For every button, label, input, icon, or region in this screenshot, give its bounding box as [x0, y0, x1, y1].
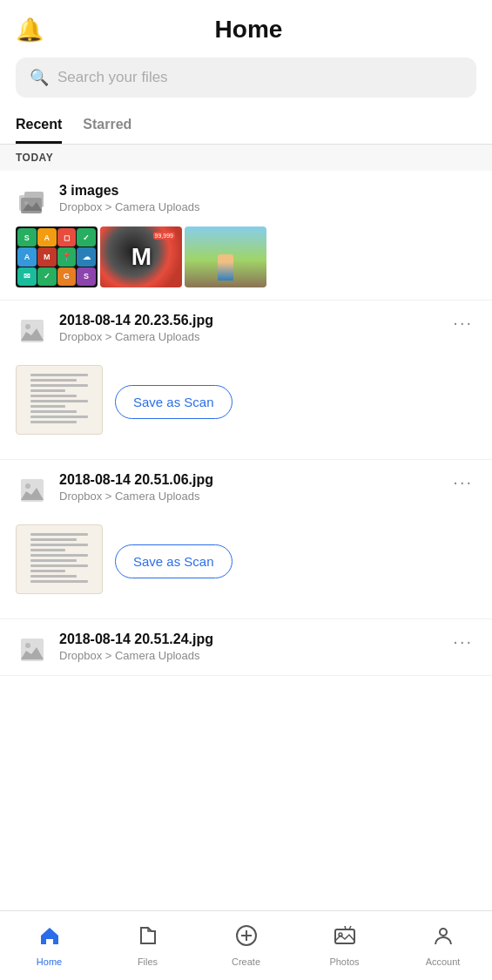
svg-point-7: [25, 324, 30, 329]
bottom-nav: Home Files Create: [0, 910, 492, 980]
app-icon-7: 📍: [57, 247, 77, 266]
doc-line: [30, 384, 88, 387]
doc-line: [30, 421, 77, 423]
doc-line: [30, 570, 65, 572]
svg-point-13: [25, 643, 30, 648]
app-icon-5: A: [17, 247, 37, 266]
nav-label-account: Account: [426, 956, 461, 967]
nav-item-account[interactable]: Account: [394, 924, 492, 967]
thumbnails-row-1: S A ◻ ✓ A M 📍 ☁ ✉ ✓ G S M 99,999: [16, 226, 476, 287]
file-name-2: 2018-08-14 20.23.56.jpg: [59, 313, 449, 328]
file-header-2: 2018-08-14 20.23.56.jpg Dropbox > Camera…: [16, 313, 476, 348]
svg-rect-2: [21, 198, 42, 213]
nav-item-photos[interactable]: Photos: [295, 924, 394, 967]
nav-label-home: Home: [37, 956, 62, 967]
doc-line: [30, 554, 88, 557]
doc-line: [30, 564, 88, 567]
doc-line: [30, 405, 65, 408]
doc-thumb-3[interactable]: [16, 524, 103, 594]
file-item-3: 2018-08-14 20.51.06.jpg Dropbox > Camera…: [0, 460, 492, 619]
file-icon-4: [16, 633, 49, 666]
file-info-2: 2018-08-14 20.23.56.jpg Dropbox > Camera…: [16, 313, 449, 348]
doc-line: [30, 395, 77, 397]
search-placeholder: Search your files: [57, 69, 168, 86]
home-icon: [38, 924, 61, 953]
save-scan-button-2[interactable]: Save as Scan: [115, 385, 233, 419]
doc-line: [30, 549, 65, 551]
doc-thumb-2[interactable]: [16, 365, 103, 435]
file-header-3: 2018-08-14 20.51.06.jpg Dropbox > Camera…: [16, 472, 476, 507]
app-icon-12: S: [77, 267, 96, 286]
file-name-1: 3 images: [59, 183, 476, 199]
file-item-4: 2018-08-14 20.51.24.jpg Dropbox > Camera…: [0, 619, 492, 676]
nav-item-files[interactable]: Files: [98, 924, 197, 967]
thumb-1b[interactable]: M 99,999: [100, 226, 182, 287]
app-icon-4: ✓: [77, 228, 96, 247]
more-button-3[interactable]: ···: [449, 472, 476, 492]
search-icon: 🔍: [30, 68, 49, 87]
thumb-1a[interactable]: S A ◻ ✓ A M 📍 ☁ ✉ ✓ G S: [16, 226, 98, 287]
file-name-3: 2018-08-14 20.51.06.jpg: [59, 472, 449, 488]
top-bar: 🔔 Home: [0, 0, 492, 51]
file-path-3: Dropbox > Camera Uploads: [59, 490, 449, 503]
doc-line: [30, 538, 77, 541]
file-info-4: 2018-08-14 20.51.24.jpg Dropbox > Camera…: [16, 632, 449, 666]
svg-point-19: [440, 929, 447, 936]
photos-icon: [334, 924, 356, 953]
bell-icon[interactable]: 🔔: [16, 17, 44, 44]
nav-item-home[interactable]: Home: [0, 924, 98, 967]
app-icon-8: ☁: [77, 247, 96, 266]
section-label: TODAY: [0, 145, 492, 171]
file-path-4: Dropbox > Camera Uploads: [59, 649, 449, 662]
doc-line: [30, 410, 77, 413]
file-icon-3: [16, 474, 49, 507]
tab-starred[interactable]: Starred: [83, 108, 131, 144]
search-bar-wrap: 🔍 Search your files: [0, 51, 492, 108]
nav-label-create: Create: [232, 956, 260, 967]
file-icon-2: [16, 314, 49, 348]
app-icon-11: G: [57, 267, 77, 286]
file-meta-3: 2018-08-14 20.51.06.jpg Dropbox > Camera…: [59, 472, 449, 503]
app-icon-2: A: [37, 228, 57, 247]
file-thumb-row-3: Save as Scan: [16, 516, 476, 606]
thumb-1c[interactable]: [185, 226, 266, 287]
doc-line: [30, 533, 88, 536]
save-scan-button-3[interactable]: Save as Scan: [115, 544, 233, 578]
doc-line: [30, 580, 88, 583]
create-icon: [235, 924, 258, 953]
doc-lines-3: [25, 528, 93, 591]
file-item-1: 3 images Dropbox > Camera Uploads S A ◻ …: [0, 171, 492, 301]
doc-line: [30, 389, 65, 392]
more-button-4[interactable]: ···: [449, 632, 476, 652]
svg-point-4: [24, 201, 28, 205]
files-icon: [137, 924, 159, 953]
file-meta-1: 3 images Dropbox > Camera Uploads: [59, 183, 476, 213]
nav-label-files: Files: [138, 956, 158, 967]
file-meta-2: 2018-08-14 20.23.56.jpg Dropbox > Camera…: [59, 313, 449, 343]
tabs-row: Recent Starred: [0, 108, 492, 145]
app-icon-1: S: [17, 228, 37, 247]
file-info-3: 2018-08-14 20.51.06.jpg Dropbox > Camera…: [16, 472, 449, 507]
app-icon-6: M: [37, 247, 57, 266]
file-path-1: Dropbox > Camera Uploads: [59, 200, 476, 213]
app-icon-9: ✉: [17, 267, 37, 286]
tab-recent[interactable]: Recent: [16, 108, 62, 144]
nav-label-photos: Photos: [329, 956, 359, 967]
doc-line: [30, 374, 88, 376]
app-icon-3: ◻: [57, 228, 77, 247]
doc-line: [30, 575, 77, 578]
app-icon-10: ✓: [37, 267, 57, 286]
doc-line: [30, 416, 88, 418]
file-meta-4: 2018-08-14 20.51.24.jpg Dropbox > Camera…: [59, 632, 449, 662]
file-item-2: 2018-08-14 20.23.56.jpg Dropbox > Camera…: [0, 301, 492, 460]
file-info-1: 3 images Dropbox > Camera Uploads: [16, 183, 476, 218]
doc-line: [30, 559, 77, 562]
page-title: Home: [44, 16, 476, 44]
file-name-4: 2018-08-14 20.51.24.jpg: [59, 632, 449, 647]
nav-item-create[interactable]: Create: [197, 924, 295, 967]
file-header-4: 2018-08-14 20.51.24.jpg Dropbox > Camera…: [16, 632, 476, 666]
search-bar[interactable]: 🔍 Search your files: [16, 57, 476, 98]
doc-line: [30, 544, 88, 546]
more-button-2[interactable]: ···: [449, 313, 476, 333]
svg-point-10: [25, 483, 30, 489]
